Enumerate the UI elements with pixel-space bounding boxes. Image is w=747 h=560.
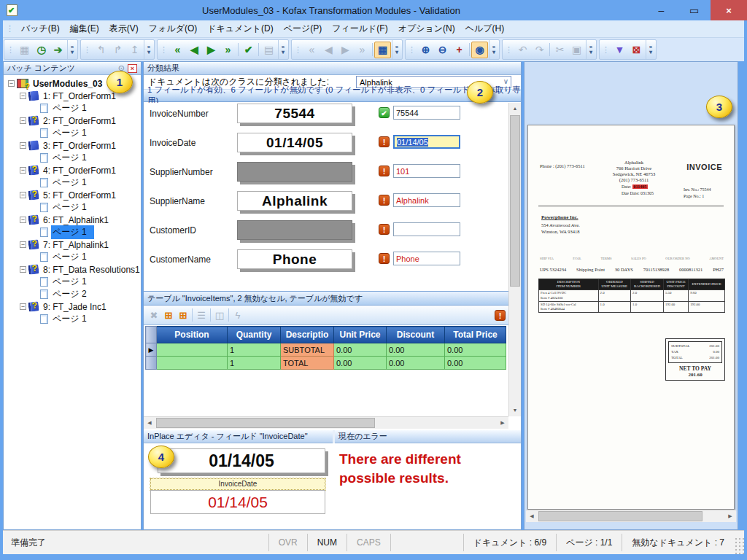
toolbar-overflow-button[interactable]: »▾ [67, 40, 77, 59]
scrollbar-thumb[interactable] [156, 418, 375, 428]
field-input-CustomerID[interactable] [393, 222, 460, 236]
tree-item-5[interactable]: ページ 1 [4, 127, 141, 139]
resize-grip[interactable] [734, 537, 744, 554]
tree-item-17[interactable]: ページ 1 [4, 276, 141, 288]
tree-expander-icon[interactable]: − [20, 117, 26, 124]
table-cell[interactable]: SUBTOTAL [281, 343, 334, 357]
scroll-left-icon[interactable]: ◀ [526, 510, 538, 522]
tree-item-6[interactable]: −3: FT_OrderForm1 [4, 139, 141, 152]
scroll-down-icon[interactable]: ▼ [509, 405, 521, 416]
tree-expander-icon[interactable]: − [20, 303, 26, 310]
toggle-page-view-icon[interactable]: ▦ [374, 42, 391, 58]
maximize-button[interactable]: ▭ [678, 0, 711, 20]
table-column-header[interactable]: Quantity [228, 327, 281, 343]
table-cell[interactable]: 1 [228, 343, 281, 357]
table-column-header[interactable]: Position [157, 327, 228, 343]
tree-expander-icon[interactable]: − [8, 80, 15, 87]
table-cell[interactable]: 0.00 [334, 357, 387, 370]
tree-expander-icon[interactable]: − [20, 192, 26, 198]
menu-item-3[interactable]: 表示(V) [104, 20, 144, 38]
tree-item-3[interactable]: ページ 1 [4, 102, 141, 114]
toolbar-grip[interactable]: ⋮ [158, 45, 169, 55]
toolbar-overflow-button[interactable]: »▾ [144, 40, 153, 59]
field-input-InvoiceNumber[interactable]: 75544 [393, 106, 460, 120]
table-cell[interactable] [157, 343, 228, 357]
table-cell[interactable]: 0.00 [387, 343, 445, 357]
tree-expander-icon[interactable]: − [20, 217, 26, 223]
insert-row-icon[interactable]: ⊞ [176, 308, 190, 322]
zoom-in-icon[interactable]: ⊕ [417, 42, 434, 58]
go-to-next-invalid-field-icon[interactable]: ▼ [611, 42, 628, 58]
menu-item-4[interactable]: フォルダ(O) [144, 20, 202, 38]
table-cell[interactable]: 0.00 [334, 343, 387, 357]
menu-item-6[interactable]: ページ(P) [279, 20, 328, 38]
row-marker[interactable]: ▶ [146, 343, 157, 357]
table-cell[interactable]: 0.00 [387, 357, 445, 370]
tree-item-13[interactable]: ページ 1 [4, 226, 141, 238]
magnifier-icon[interactable]: ◉ [471, 42, 488, 58]
tree-expander-icon[interactable]: − [20, 241, 26, 248]
tree-item-7[interactable]: ページ 1 [4, 152, 141, 164]
table-column-header[interactable]: Descriptio [281, 327, 334, 343]
first-document-icon[interactable]: « [169, 42, 186, 58]
tree-item-12[interactable]: −6: FT_Alphalink1 [4, 214, 141, 226]
tree-item-4[interactable]: −2: FT_OrderForm1 [4, 114, 141, 127]
minimize-button[interactable]: – [645, 0, 678, 20]
fields-vertical-scrollbar[interactable]: ▲ ▼ [508, 103, 521, 416]
tree-item-16[interactable]: −8: FT_Data Resolutions1 [4, 263, 141, 276]
toolbar-overflow-button[interactable]: »▾ [278, 40, 287, 59]
toolbar-overflow-button[interactable]: »▾ [489, 40, 498, 59]
toolbar-overflow-button[interactable]: »▾ [646, 40, 655, 59]
close-batch-icon[interactable]: ➔ [50, 42, 66, 58]
toolbar-grip[interactable]: ⋮ [406, 45, 417, 55]
previous-document-icon[interactable]: ◀ [186, 42, 203, 58]
scroll-up-icon[interactable]: ▲ [509, 103, 521, 114]
menu-item-9[interactable]: ヘルプ(H) [460, 20, 510, 38]
menu-item-7[interactable]: フィールド(F) [327, 20, 392, 38]
inplace-field-input[interactable]: 01/14/05 [150, 490, 325, 514]
toolbar-grip[interactable]: ⋮ [503, 45, 514, 55]
field-input-InvoiceDate[interactable]: 01/14/05 [393, 135, 460, 149]
fit-page-icon[interactable]: + [451, 42, 468, 58]
tree-item-14[interactable]: −7: FT_Alphalink1 [4, 238, 141, 251]
toolbar-grip[interactable]: ⋮ [82, 45, 93, 55]
fields-horizontal-scrollbar[interactable]: ◀ ▶ [144, 416, 508, 429]
table-column-header[interactable]: Unit Price [334, 327, 387, 343]
tree-item-9[interactable]: ページ 1 [4, 176, 141, 189]
toolbar-overflow-button[interactable]: »▾ [392, 40, 401, 59]
table-column-header[interactable]: Discount [387, 327, 445, 343]
last-document-icon[interactable]: » [220, 42, 236, 58]
table-cell[interactable] [157, 357, 228, 370]
field-input-SupplierNumber[interactable]: 101 [393, 164, 460, 178]
scrollbar-thumb[interactable] [538, 511, 703, 521]
tree-item-8[interactable]: −4: FT_OrderForm1 [4, 164, 141, 176]
menu-item-5[interactable]: ドキュメント(D) [202, 20, 278, 38]
tree-item-10[interactable]: −5: FT_OrderForm1 [4, 189, 141, 201]
next-document-icon[interactable]: ▶ [203, 42, 220, 58]
validate-document-icon[interactable]: ✔ [240, 42, 257, 58]
zoom-out-icon[interactable]: ⊖ [434, 42, 451, 58]
insert-cell-icon[interactable]: ⊞ [161, 308, 176, 322]
table-cell[interactable]: 1 [228, 357, 281, 370]
field-input-SupplierName[interactable]: Alphalink [393, 193, 460, 207]
field-input-CustomerName[interactable]: Phone [393, 252, 460, 265]
panel-close-icon[interactable]: × [128, 64, 137, 73]
tree-expander-icon[interactable]: − [20, 142, 26, 149]
table-cell[interactable]: TOTAL [281, 357, 334, 370]
row-marker[interactable] [146, 357, 157, 370]
scroll-right-icon[interactable]: ▶ [497, 417, 508, 429]
tree-item-19[interactable]: −9: FT_Jade Inc1 [4, 300, 141, 313]
toolbar-grip[interactable]: ⋮ [5, 45, 16, 55]
close-button[interactable]: × [711, 0, 747, 20]
reject-page-icon[interactable]: ⊠ [628, 42, 645, 58]
tree-expander-icon[interactable]: − [20, 167, 26, 174]
toolbar-grip[interactable]: ⋮ [600, 45, 611, 55]
toolbar-overflow-button[interactable]: »▾ [586, 40, 595, 59]
table-cell[interactable]: 0.00 [445, 343, 506, 357]
menu-item-2[interactable]: 編集(E) [65, 20, 104, 38]
tree-item-11[interactable]: ページ 1 [4, 201, 141, 214]
scroll-left-icon[interactable]: ◀ [144, 417, 155, 429]
scroll-right-icon[interactable]: ▶ [724, 510, 736, 522]
menu-item-1[interactable]: バッチ(B) [16, 20, 65, 38]
tree-item-15[interactable]: ページ 1 [4, 251, 141, 263]
